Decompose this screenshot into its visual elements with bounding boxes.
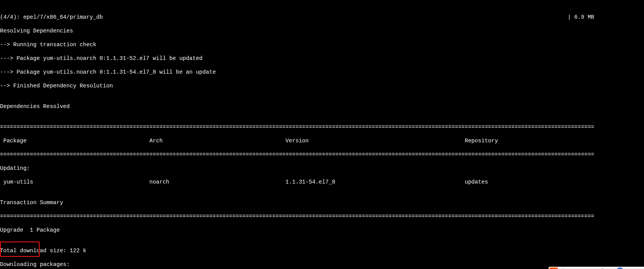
ime-sogou-icon[interactable]: S	[549, 267, 558, 269]
watermark-logo: ✕ 创新互联	[615, 267, 643, 269]
output-line: Total download size: 122 k	[0, 247, 594, 254]
output-line: Transaction Summary	[0, 199, 594, 206]
table-rule: ========================================…	[0, 124, 594, 130]
output-line: Downloading packages:	[0, 261, 594, 268]
table-header: Package Arch Version Repository Size	[0, 137, 594, 144]
table-rule: ========================================…	[0, 213, 594, 220]
output-line: --> Running transaction check	[0, 41, 594, 48]
output-line: (4/4): epel/7/x86_64/primary_db | 6.9 MB…	[0, 14, 594, 21]
output-line: Updating:	[0, 165, 594, 172]
output-line: Upgrade 1 Package	[0, 227, 594, 234]
terminal-output[interactable]: (4/4): epel/7/x86_64/primary_db | 6.9 MB…	[0, 7, 594, 269]
output-line: ---> Package yum-utils.noarch 0:1.1.31-5…	[0, 55, 594, 62]
ime-toolbar[interactable]: S 英 •, ☺ ⌨ 🎤 ⚙ ✕ 创新互联	[549, 267, 644, 269]
table-row: yum-utils noarch 1.1.31-54.el7_8 updates…	[0, 179, 594, 185]
output-line: --> Finished Dependency Resolution	[0, 82, 594, 89]
output-line: ---> Package yum-utils.noarch 0:1.1.31-5…	[0, 69, 594, 76]
watermark-logo-icon: ✕	[616, 267, 624, 269]
output-line: Dependencies Resolved	[0, 103, 594, 110]
output-line: Resolving Dependencies	[0, 27, 594, 34]
table-rule: ========================================…	[0, 151, 594, 158]
